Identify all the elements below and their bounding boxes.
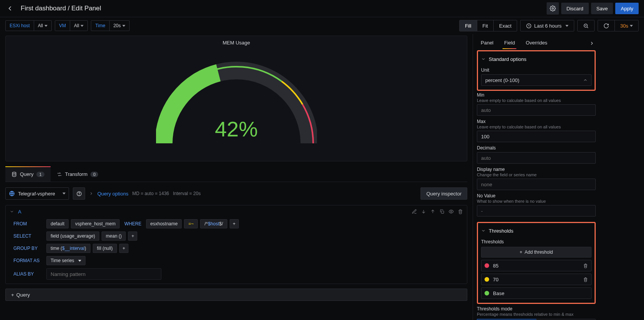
query-options-link[interactable]: Query options [97,191,128,197]
trash-icon[interactable] [583,277,588,282]
refresh-interval[interactable]: 30s [614,20,638,31]
tab-field[interactable]: Field [499,37,520,49]
edit-icon[interactable] [412,209,417,214]
query-from-retention[interactable]: default [46,219,69,228]
query-where-op[interactable]: =~ [184,219,198,228]
expand-pane-button[interactable] [586,38,597,49]
duplicate-icon[interactable] [439,209,445,214]
view-mode-fit[interactable]: Fit [477,20,493,31]
view-mode-exact[interactable]: Exact [493,20,517,31]
min-help: Leave empty to calculate based on all va… [477,98,596,103]
threshold-color-dot[interactable] [485,263,489,268]
zoom-out-button[interactable] [577,20,595,31]
view-mode-fill[interactable]: Fill [460,20,477,31]
database-icon [12,172,17,177]
query-group-time[interactable]: time ($__interval) [46,244,90,253]
min-label: Min [477,92,596,98]
variable-vm[interactable]: VM All [55,20,88,31]
threshold-color-dot[interactable] [485,277,489,282]
highlight-thresholds: Thresholds Thresholds + Add threshold 85… [477,222,596,304]
zoom-out-icon [583,23,589,29]
save-button[interactable]: Save [591,3,613,14]
threshold-row[interactable]: 70 [481,274,591,285]
query-where-tag[interactable]: esxhostname [146,219,182,228]
variable-value[interactable]: All [34,21,51,31]
arrow-left-icon [6,5,14,12]
add-where-button[interactable]: + [230,219,239,228]
refresh-icon [603,23,609,29]
unit-select[interactable] [481,74,591,86]
gear-icon [550,5,556,11]
add-query-label: Query [16,292,30,298]
variable-label: ESXi host [6,21,34,31]
chevron-right-icon [589,41,595,46]
display-name-help: Change the field or series name [477,172,596,177]
query-keyword-from: FROM [13,221,44,226]
query-select-field[interactable]: field (usage_average) [46,231,99,241]
max-label: Max [477,119,596,124]
display-name-input[interactable] [477,179,596,190]
move-down-icon[interactable] [421,209,426,214]
add-select-button[interactable]: + [128,231,137,241]
move-up-icon[interactable] [430,209,435,214]
trash-icon[interactable] [583,263,588,268]
add-group-button[interactable]: + [119,244,128,253]
min-input[interactable] [477,104,596,116]
svg-point-8 [450,211,452,212]
threshold-row[interactable]: Base [481,287,591,299]
question-icon [76,191,82,197]
discard-button[interactable]: Discard [561,3,589,14]
tab-query[interactable]: Query 1 [5,167,51,182]
chevron-down-icon[interactable] [10,209,14,214]
chevron-down-icon [481,228,486,233]
datasource-picker[interactable]: Telegraf-vsphere [5,187,69,200]
refresh-button[interactable] [598,20,614,31]
threshold-row[interactable]: 85 [481,260,591,271]
threshold-value[interactable]: 70 [493,277,579,282]
query-from-measurement[interactable]: vsphere_host_mem [71,219,120,228]
variable-time[interactable]: Time 20s [91,20,130,31]
add-query-button[interactable]: + Query [5,289,467,301]
query-inspector-button[interactable]: Query inspector [421,187,467,200]
max-input[interactable] [477,131,596,142]
threshold-color-dot[interactable] [485,291,489,295]
variable-value[interactable]: 20s [109,21,129,31]
tab-transform[interactable]: Transform 0 [51,167,105,182]
time-range-picker[interactable]: Last 6 hours [520,20,574,31]
query-ref-id[interactable]: A [18,209,21,215]
query-editor: A FROM default vsphere_host_mem WHERE es… [5,205,467,284]
section-thresholds[interactable]: Thresholds [481,225,591,236]
thresholds-sub: Thresholds [481,239,591,245]
query-format-select[interactable]: Time series [46,256,85,265]
clock-icon [526,23,532,29]
chevron-down-icon [565,25,568,27]
gauge-chart [156,51,317,159]
display-name-label: Display name [477,167,596,172]
panel-settings-button[interactable] [547,2,559,15]
back-button[interactable] [5,4,15,13]
query-group-fill[interactable]: fill (null) [93,244,117,253]
novalue-help: What to show when there is no value [477,199,596,203]
eye-icon[interactable] [449,209,454,214]
chevron-down-icon [62,193,66,195]
datasource-name: Telegraf-vsphere [18,191,55,197]
alias-input[interactable] [46,268,161,280]
decimals-input[interactable] [477,152,596,164]
tab-overrides[interactable]: Overrides [520,37,552,49]
tab-panel[interactable]: Panel [475,37,499,49]
section-standard-options[interactable]: Standard options [481,54,591,64]
query-select-mean[interactable]: mean () [102,231,126,241]
variable-value[interactable]: All [70,21,87,31]
add-threshold-button[interactable]: + Add threshold [481,247,591,258]
chevron-right-icon[interactable] [89,191,94,196]
apply-button[interactable]: Apply [615,3,639,14]
query-keyword-alias: ALIAS BY [13,271,44,277]
decimals-label: Decimals [477,145,596,151]
datasource-help-button[interactable] [73,187,85,200]
threshold-value[interactable]: 85 [493,263,579,269]
novalue-input[interactable] [477,205,596,217]
variable-esxi-host[interactable]: ESXi host All [5,20,52,31]
trash-icon[interactable] [458,209,463,214]
unit-label: Unit [481,67,591,73]
query-where-value[interactable]: /^$host$/ [200,219,227,228]
